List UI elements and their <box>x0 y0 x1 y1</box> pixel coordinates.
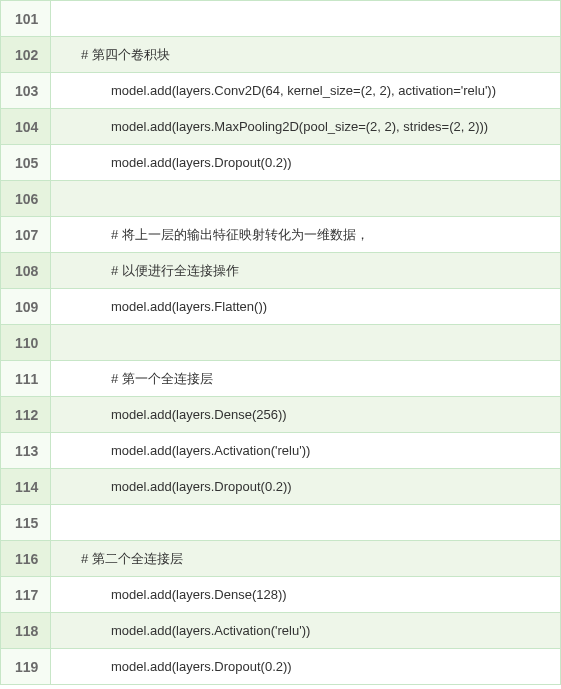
line-number: 108 <box>1 253 51 289</box>
code-text: model.add(layers.MaxPooling2D(pool_size=… <box>111 119 488 134</box>
line-number: 111 <box>1 361 51 397</box>
code-cell: model.add(layers.Dropout(0.2)) <box>51 469 561 505</box>
code-text: model.add(layers.Flatten()) <box>111 299 267 314</box>
code-cell: model.add(layers.Dropout(0.2)) <box>51 145 561 181</box>
code-row: 111# 第一个全连接层 <box>1 361 561 397</box>
line-number: 114 <box>1 469 51 505</box>
line-number: 105 <box>1 145 51 181</box>
code-text: model.add(layers.Activation('relu')) <box>111 623 310 638</box>
code-text: # 第二个全连接层 <box>81 551 183 566</box>
code-row: 107# 将上一层的输出特征映射转化为一维数据， <box>1 217 561 253</box>
code-cell: model.add(layers.Dropout(0.2)) <box>51 649 561 685</box>
code-cell <box>51 325 561 361</box>
code-cell: model.add(layers.Conv2D(64, kernel_size=… <box>51 73 561 109</box>
line-number: 112 <box>1 397 51 433</box>
line-number: 116 <box>1 541 51 577</box>
line-number: 109 <box>1 289 51 325</box>
code-text: # 第四个卷积块 <box>81 47 170 62</box>
code-row: 118model.add(layers.Activation('relu')) <box>1 613 561 649</box>
line-number: 104 <box>1 109 51 145</box>
code-row: 119model.add(layers.Dropout(0.2)) <box>1 649 561 685</box>
code-row: 102# 第四个卷积块 <box>1 37 561 73</box>
code-row: 113model.add(layers.Activation('relu')) <box>1 433 561 469</box>
line-number: 102 <box>1 37 51 73</box>
code-text: model.add(layers.Dense(256)) <box>111 407 287 422</box>
code-listing-table: 101 102# 第四个卷积块 103model.add(layers.Conv… <box>0 0 561 685</box>
code-row: 106 <box>1 181 561 217</box>
code-text: model.add(layers.Dropout(0.2)) <box>111 659 292 674</box>
code-text: model.add(layers.Dropout(0.2)) <box>111 479 292 494</box>
code-row: 117model.add(layers.Dense(128)) <box>1 577 561 613</box>
code-row: 114model.add(layers.Dropout(0.2)) <box>1 469 561 505</box>
code-cell: model.add(layers.MaxPooling2D(pool_size=… <box>51 109 561 145</box>
code-cell: model.add(layers.Flatten()) <box>51 289 561 325</box>
code-text: model.add(layers.Activation('relu')) <box>111 443 310 458</box>
code-cell: # 以便进行全连接操作 <box>51 253 561 289</box>
code-cell: # 将上一层的输出特征映射转化为一维数据， <box>51 217 561 253</box>
code-row: 104model.add(layers.MaxPooling2D(pool_si… <box>1 109 561 145</box>
code-row: 109model.add(layers.Flatten()) <box>1 289 561 325</box>
code-text: model.add(layers.Conv2D(64, kernel_size=… <box>111 83 496 98</box>
line-number: 101 <box>1 1 51 37</box>
code-row: 110 <box>1 325 561 361</box>
code-cell: model.add(layers.Activation('relu')) <box>51 613 561 649</box>
line-number: 110 <box>1 325 51 361</box>
code-row: 103model.add(layers.Conv2D(64, kernel_si… <box>1 73 561 109</box>
line-number: 117 <box>1 577 51 613</box>
code-row: 108# 以便进行全连接操作 <box>1 253 561 289</box>
code-row: 101 <box>1 1 561 37</box>
line-number: 107 <box>1 217 51 253</box>
line-number: 113 <box>1 433 51 469</box>
line-number: 118 <box>1 613 51 649</box>
code-text: model.add(layers.Dense(128)) <box>111 587 287 602</box>
code-cell <box>51 181 561 217</box>
line-number: 119 <box>1 649 51 685</box>
code-text: # 第一个全连接层 <box>111 371 213 386</box>
code-text: # 将上一层的输出特征映射转化为一维数据， <box>111 227 369 242</box>
code-row: 116# 第二个全连接层 <box>1 541 561 577</box>
code-row: 112model.add(layers.Dense(256)) <box>1 397 561 433</box>
code-text: model.add(layers.Dropout(0.2)) <box>111 155 292 170</box>
code-row: 105model.add(layers.Dropout(0.2)) <box>1 145 561 181</box>
code-cell: model.add(layers.Activation('relu')) <box>51 433 561 469</box>
code-cell <box>51 505 561 541</box>
code-text: # 以便进行全连接操作 <box>111 263 239 278</box>
code-listing-body: 101 102# 第四个卷积块 103model.add(layers.Conv… <box>1 1 561 685</box>
code-cell <box>51 1 561 37</box>
code-cell: model.add(layers.Dense(128)) <box>51 577 561 613</box>
code-cell: model.add(layers.Dense(256)) <box>51 397 561 433</box>
code-row: 115 <box>1 505 561 541</box>
code-cell: # 第四个卷积块 <box>51 37 561 73</box>
code-cell: # 第一个全连接层 <box>51 361 561 397</box>
code-cell: # 第二个全连接层 <box>51 541 561 577</box>
line-number: 106 <box>1 181 51 217</box>
line-number: 115 <box>1 505 51 541</box>
line-number: 103 <box>1 73 51 109</box>
